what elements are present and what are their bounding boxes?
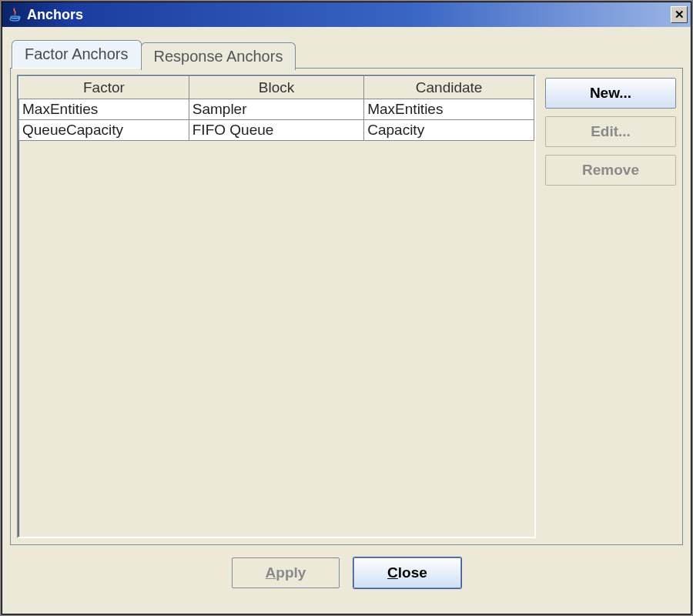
button-label: Remove — [582, 162, 639, 179]
button-label: Close — [387, 564, 427, 581]
table-row[interactable]: QueueCapacity FIFO Queue Capacity — [19, 120, 534, 141]
tab-factor-anchors[interactable]: Factor Anchors — [12, 40, 142, 69]
edit-button[interactable]: Edit... — [545, 116, 676, 147]
cell-candidate[interactable]: Capacity — [364, 120, 534, 141]
content-area: Factor Anchors Response Anchors Factor B… — [2, 27, 691, 614]
cell-candidate[interactable]: MaxEntities — [364, 99, 534, 120]
col-header-factor[interactable]: Factor — [19, 77, 189, 99]
button-label: Edit... — [591, 123, 631, 140]
cell-factor[interactable]: QueueCapacity — [19, 120, 189, 141]
tabs: Factor Anchors Response Anchors Factor B… — [10, 39, 683, 545]
col-header-candidate[interactable]: Candidate — [364, 77, 534, 99]
remove-button[interactable]: Remove — [545, 155, 676, 186]
close-icon[interactable]: ✕ — [671, 6, 688, 23]
col-header-block[interactable]: Block — [189, 77, 363, 99]
table-header-row: Factor Block Candidate — [19, 77, 534, 99]
tab-label: Response Anchors — [154, 48, 283, 65]
tab-row: Factor Anchors Response Anchors — [12, 39, 683, 68]
close-button[interactable]: Close — [353, 557, 461, 588]
button-label: Apply — [266, 564, 306, 581]
window-title: Anchors — [27, 7, 671, 23]
tab-label: Factor Anchors — [25, 45, 129, 62]
apply-button[interactable]: Apply — [232, 557, 340, 588]
button-label: New... — [590, 85, 631, 102]
dialog-button-bar: Apply Close — [10, 545, 683, 604]
cell-block[interactable]: Sampler — [189, 99, 363, 120]
java-icon — [7, 7, 22, 22]
titlebar: Anchors ✕ — [2, 2, 691, 27]
side-button-column: New... Edit... Remove — [545, 75, 676, 538]
new-button[interactable]: New... — [545, 78, 676, 109]
tab-response-anchors[interactable]: Response Anchors — [141, 42, 296, 70]
table-empty-area — [18, 141, 534, 537]
anchors-table-container: Factor Block Candidate MaxEntities Sampl… — [17, 75, 536, 538]
table-row[interactable]: MaxEntities Sampler MaxEntities — [19, 99, 534, 120]
tab-panel-factor: Factor Block Candidate MaxEntities Sampl… — [10, 68, 683, 545]
anchors-table[interactable]: Factor Block Candidate MaxEntities Sampl… — [18, 76, 534, 141]
cell-block[interactable]: FIFO Queue — [189, 120, 363, 141]
anchors-dialog: Anchors ✕ Factor Anchors Response Anchor… — [2, 2, 691, 614]
cell-factor[interactable]: MaxEntities — [19, 99, 189, 120]
